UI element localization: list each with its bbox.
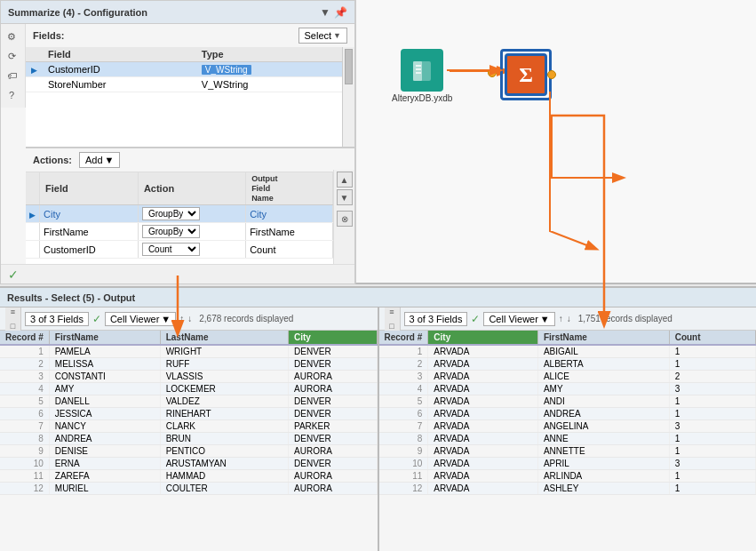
delete-action-button[interactable]: ⊗ [337,211,353,227]
actions-table-row[interactable]: ▶ City GroupBy Count Sum Min Max City [26,205,333,223]
firstname-cell: AMY [537,383,669,395]
city-cell: ARVADA [428,358,538,371]
field-name-cell: StoreNumber [43,77,196,92]
right-fields-button[interactable]: 3 of 3 Fields [404,312,468,326]
input-node[interactable]: AlteryxDB.yxdb [392,49,452,103]
settings-icon[interactable]: ⚙ [3,28,20,45]
sort-down-icon[interactable]: ↓ [187,314,192,323]
left-city-header: City [289,331,377,345]
fields-scrollbar[interactable] [342,47,354,147]
left-table-header-row: Record # FirstName LastName City [0,331,377,345]
record-num-cell: 5 [0,395,49,408]
fields-table-row[interactable]: ▶ CustomerID V_WString [26,62,354,77]
table-row[interactable]: 2 ARVADA ALBERTA 1 [379,358,756,371]
table-row[interactable]: 4 ARVADA AMY 3 [379,383,756,395]
table-row[interactable]: 1 PAMELA WRIGHT DENVER [0,345,377,358]
table-row[interactable]: 1 ARVADA ABIGAIL 1 [379,345,756,358]
left-fields-button[interactable]: 3 of 3 Fields [25,312,89,326]
record-num-cell: 4 [379,383,428,395]
table-row[interactable]: 11 ZAREFA HAMMAD AURORA [0,470,377,483]
table-row[interactable]: 7 ARVADA ANGELINA 3 [379,420,756,433]
table-row[interactable]: 5 DANELL VALDEZ DENVER [0,395,377,408]
lastname-cell: WRIGHT [160,345,288,358]
action-select-0[interactable]: GroupBy Count Sum Min Max [142,207,200,220]
add-button[interactable]: Add ▼ [79,152,120,168]
table-row[interactable]: 4 AMY LOCKEMER AURORA [0,383,377,395]
action-output-cell: City [246,205,333,223]
table-row[interactable]: 7 NANCY CLARK PARKER [0,420,377,433]
pin-icon[interactable]: 📌 [334,6,347,19]
action-output-cell: Count [246,241,333,259]
city-cell: ARVADA [428,433,538,445]
summarize-node-icon: Σ [505,53,547,96]
right-cell-viewer-button[interactable]: Cell Viewer ▼ [483,312,554,326]
action-type-cell[interactable]: GroupBy Count Sum Min Max [138,241,245,259]
actions-table-row[interactable]: CustomerID GroupBy Count Sum Min Max Cou… [26,241,333,259]
help-icon[interactable]: ? [3,86,20,104]
fields-table-row[interactable]: StoreNumber V_WString [26,77,354,92]
table-row[interactable]: 10 ERNA ARUSTAMYAN DENVER [0,458,377,470]
table-row[interactable]: 2 MELISSA RUFF DENVER [0,358,377,371]
city-cell: AURORA [289,470,377,483]
count-cell: 3 [669,458,755,470]
record-num-cell: 1 [0,345,49,358]
right-sort-down-icon[interactable]: ↓ [567,314,571,323]
table-row[interactable]: 6 ARVADA ANDREA 1 [379,408,756,420]
record-num-cell: 2 [0,358,49,371]
select-button[interactable]: Select ▼ [298,28,348,44]
right-mini-icon-1[interactable]: ≡ [386,307,398,318]
city-cell: ARVADA [428,371,538,383]
table-row[interactable]: 11 ARVADA ARLINDA 1 [379,470,756,483]
tag-icon[interactable]: 🏷 [3,67,20,84]
canvas-area: AlteryxDB.yxdb Σ [355,0,756,284]
results-panel: Results - Select (5) - Output ≡ □ 3 of 3… [0,286,756,551]
table-row[interactable]: 6 JESSICA RINEHART DENVER [0,408,377,420]
right-sort-up-icon[interactable]: ↑ [559,314,563,323]
sort-up-icon[interactable]: ↑ [179,314,184,323]
left-cell-viewer-button[interactable]: Cell Viewer ▼ [105,312,176,326]
results-body: ≡ □ 3 of 3 Fields ✓ Cell Viewer ▼ ↑ ↓ 2,… [0,307,756,551]
table-row[interactable]: 9 DENISE PENTICO AURORA [0,445,377,458]
table-row[interactable]: 8 ANDREA BRUN DENVER [0,433,377,445]
dropdown-icon[interactable]: ▼ [320,6,330,19]
table-row[interactable]: 12 ARVADA ASHLEY 1 [379,483,756,495]
summarize-node[interactable]: Σ [500,49,552,100]
right-result-toolbar: ≡ □ 3 of 3 Fields ✓ Cell Viewer ▼ ↑ ↓ 1,… [379,307,757,331]
right-records-count: 1,751 records displayed [578,314,672,323]
table-row[interactable]: 10 ARVADA APRIL 3 [379,458,756,470]
actions-table-row[interactable]: FirstName GroupBy Count Sum Min Max Firs… [26,223,333,241]
action-select-2[interactable]: GroupBy Count Sum Min Max [142,243,200,256]
city-cell: ARVADA [428,483,538,495]
city-cell: AURORA [289,445,377,458]
move-up-button[interactable]: ▲ [337,172,353,188]
firstname-cell: ARLINDA [537,470,669,483]
lastname-cell: COULTER [160,483,288,495]
arrow-icon[interactable]: ⟳ [3,47,20,65]
svg-rect-2 [413,61,422,81]
table-row[interactable]: 9 ARVADA ANNETTE 1 [379,445,756,458]
action-field-cell: City [40,205,139,223]
scrollbar-thumb[interactable] [345,49,353,84]
left-lastname-header: LastName [160,331,288,345]
mini-icon-1[interactable]: ≡ [7,307,20,318]
move-down-button[interactable]: ▼ [337,189,353,205]
table-row[interactable]: 5 ARVADA ANDI 1 [379,395,756,408]
record-num-cell: 8 [379,433,428,445]
table-row[interactable]: 3 ARVADA ALICE 2 [379,371,756,383]
city-cell: AURORA [289,371,377,383]
table-row[interactable]: 12 MURIEL COULTER AURORA [0,483,377,495]
table-row[interactable]: 3 CONSTANTI VLASSIS AURORA [0,371,377,383]
actions-table-header: Field Action OutputFieldName ▶ City Grou… [26,172,333,259]
record-num-cell: 3 [0,371,49,383]
city-cell: ARVADA [428,420,538,433]
record-num-cell: 11 [379,470,428,483]
action-type-cell[interactable]: GroupBy Count Sum Min Max [138,205,245,223]
table-row[interactable]: 8 ARVADA ANNE 1 [379,433,756,445]
city-cell: PARKER [289,420,377,433]
type-column-header: Type [196,47,330,62]
firstname-cell: NANCY [49,420,160,433]
right-cell-viewer-label: Cell Viewer [489,314,537,324]
action-select-1[interactable]: GroupBy Count Sum Min Max [142,225,200,238]
record-num-cell: 7 [0,420,49,433]
action-type-cell[interactable]: GroupBy Count Sum Min Max [138,223,245,241]
